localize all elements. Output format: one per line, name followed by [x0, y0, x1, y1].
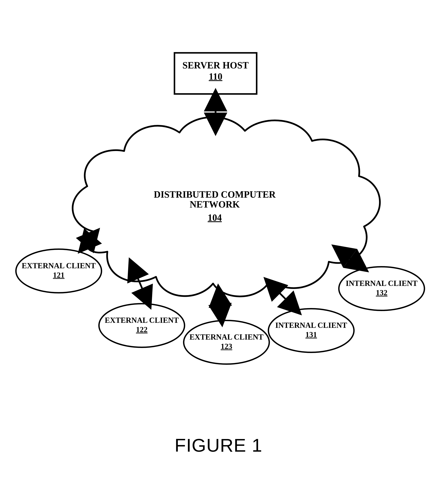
figure-caption: FIGURE 1: [0, 435, 437, 456]
arrow-cloud-ext122: [132, 266, 148, 301]
diagram-svg: [0, 0, 437, 504]
cloud-outline: [73, 117, 380, 296]
client-ext122-outline: [99, 304, 185, 347]
server-host-box: [174, 53, 257, 94]
client-int131-outline: [268, 309, 354, 352]
client-ext123-outline: [184, 320, 269, 364]
arrow-cloud-ext123: [219, 293, 221, 318]
client-ext121-outline: [16, 249, 101, 293]
client-int132-outline: [339, 267, 424, 310]
arrow-cloud-int132: [339, 250, 361, 267]
diagram-canvas: SERVER HOST 110 DISTRIBUTED COMPUTER NET…: [0, 0, 437, 504]
